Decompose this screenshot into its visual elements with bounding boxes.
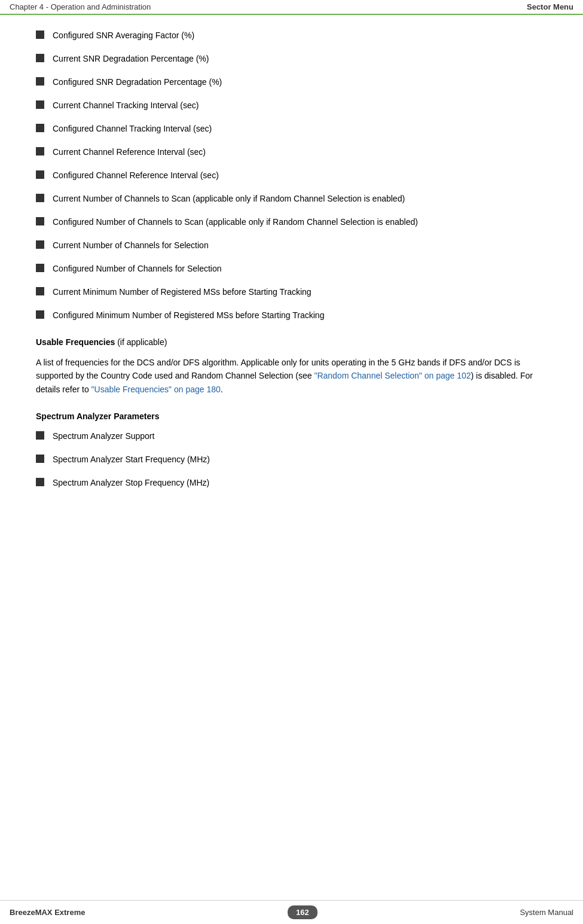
bullet-icon bbox=[36, 240, 44, 249]
bullet-item-configured-channels-to-scan: Configured Number of Channels to Scan (a… bbox=[36, 216, 547, 228]
bullet-icon bbox=[36, 431, 44, 440]
bullet-item-current-channels-selection: Current Number of Channels for Selection bbox=[36, 239, 547, 252]
bullet-text: Current Channel Tracking Interval (sec) bbox=[53, 99, 199, 112]
bullet-item-configured-channel-reference: Configured Channel Reference Interval (s… bbox=[36, 169, 547, 182]
bullet-text: Configured Channel Reference Interval (s… bbox=[53, 169, 219, 182]
bullet-item-current-channel-tracking: Current Channel Tracking Interval (sec) bbox=[36, 99, 547, 112]
page-footer: BreezeMAX Extreme 162 System Manual bbox=[0, 900, 583, 924]
bullet-text: Current Channel Reference Interval (sec) bbox=[53, 146, 206, 158]
bullet-item-current-snr-degradation: Current SNR Degradation Percentage (%) bbox=[36, 53, 547, 65]
link-random-channel[interactable]: "Random Channel Selection" on page 102 bbox=[314, 371, 471, 380]
bullet-text: Spectrum Analyzer Stop Frequency (MHz) bbox=[53, 477, 209, 489]
usable-frequencies-paragraph: A list of frequencies for the DCS and/or… bbox=[36, 356, 547, 396]
bullet-text: Current Number of Channels to Scan (appl… bbox=[53, 193, 405, 205]
section-title: Sector Menu bbox=[527, 2, 573, 11]
bullet-text: Configured Minimum Number of Registered … bbox=[53, 309, 324, 322]
bullet-icon bbox=[36, 310, 44, 319]
spectrum-analyzer-header: Spectrum Analyzer Parameters bbox=[36, 410, 547, 423]
bullet-item-configured-min-registered: Configured Minimum Number of Registered … bbox=[36, 309, 547, 322]
bullet-text: Configured Channel Tracking Interval (se… bbox=[53, 123, 212, 135]
bullet-text: Configured Number of Channels to Scan (a… bbox=[53, 216, 418, 228]
link-usable-frequencies[interactable]: "Usable Frequencies" on page 180 bbox=[91, 385, 221, 394]
bullet-text: Current SNR Degradation Percentage (%) bbox=[53, 53, 209, 65]
bullet-item-spectrum-start: Spectrum Analyzer Start Frequency (MHz) bbox=[36, 453, 547, 466]
usable-frequencies-suffix: (if applicable) bbox=[115, 337, 167, 347]
bullet-item-spectrum-stop: Spectrum Analyzer Stop Frequency (MHz) bbox=[36, 477, 547, 489]
bullet-icon bbox=[36, 455, 44, 463]
bullet-list-main: Configured SNR Averaging Factor (%) Curr… bbox=[36, 29, 547, 322]
page-header: Chapter 4 - Operation and Administration… bbox=[0, 0, 583, 15]
bullet-text: Spectrum Analyzer Start Frequency (MHz) bbox=[53, 453, 210, 466]
bullet-icon bbox=[36, 124, 44, 132]
bullet-text: Configured SNR Degradation Percentage (%… bbox=[53, 76, 222, 89]
bullet-icon bbox=[36, 77, 44, 86]
bullet-text: Current Minimum Number of Registered MSs… bbox=[53, 286, 312, 298]
bullet-item-snr-avg-factor: Configured SNR Averaging Factor (%) bbox=[36, 29, 547, 42]
bullet-list-spectrum: Spectrum Analyzer Support Spectrum Analy… bbox=[36, 430, 547, 489]
bullet-text: Current Number of Channels for Selection bbox=[53, 239, 209, 252]
bullet-text: Configured SNR Averaging Factor (%) bbox=[53, 29, 194, 42]
bullet-icon bbox=[36, 54, 44, 62]
bullet-icon bbox=[36, 31, 44, 39]
usable-frequencies-bold: Usable Frequencies bbox=[36, 337, 115, 347]
bullet-item-configured-channel-tracking: Configured Channel Tracking Interval (se… bbox=[36, 123, 547, 135]
bullet-icon bbox=[36, 264, 44, 272]
bullet-icon bbox=[36, 100, 44, 109]
bullet-item-current-min-registered: Current Minimum Number of Registered MSs… bbox=[36, 286, 547, 298]
bullet-text: Spectrum Analyzer Support bbox=[53, 430, 154, 443]
bullet-icon bbox=[36, 478, 44, 486]
bullet-item-configured-snr-degradation: Configured SNR Degradation Percentage (%… bbox=[36, 76, 547, 89]
bullet-icon bbox=[36, 217, 44, 225]
spectrum-analyzer-title: Spectrum Analyzer Parameters bbox=[36, 411, 159, 421]
bullet-item-current-channel-reference: Current Channel Reference Interval (sec) bbox=[36, 146, 547, 158]
main-content: Configured SNR Averaging Factor (%) Curr… bbox=[0, 15, 583, 536]
footer-product-name: BreezeMAX Extreme bbox=[10, 908, 85, 917]
bullet-item-configured-channels-selection: Configured Number of Channels for Select… bbox=[36, 263, 547, 275]
bullet-icon bbox=[36, 147, 44, 155]
bullet-item-current-channels-to-scan: Current Number of Channels to Scan (appl… bbox=[36, 193, 547, 205]
bullet-item-spectrum-support: Spectrum Analyzer Support bbox=[36, 430, 547, 443]
bullet-text: Configured Number of Channels for Select… bbox=[53, 263, 222, 275]
usable-frequencies-header: Usable Frequencies (if applicable) bbox=[36, 336, 547, 349]
footer-manual-name: System Manual bbox=[520, 908, 573, 917]
bullet-icon bbox=[36, 287, 44, 295]
chapter-title: Chapter 4 - Operation and Administration bbox=[10, 2, 151, 11]
footer-page-number: 162 bbox=[288, 905, 318, 919]
bullet-icon bbox=[36, 194, 44, 202]
bullet-icon bbox=[36, 170, 44, 179]
